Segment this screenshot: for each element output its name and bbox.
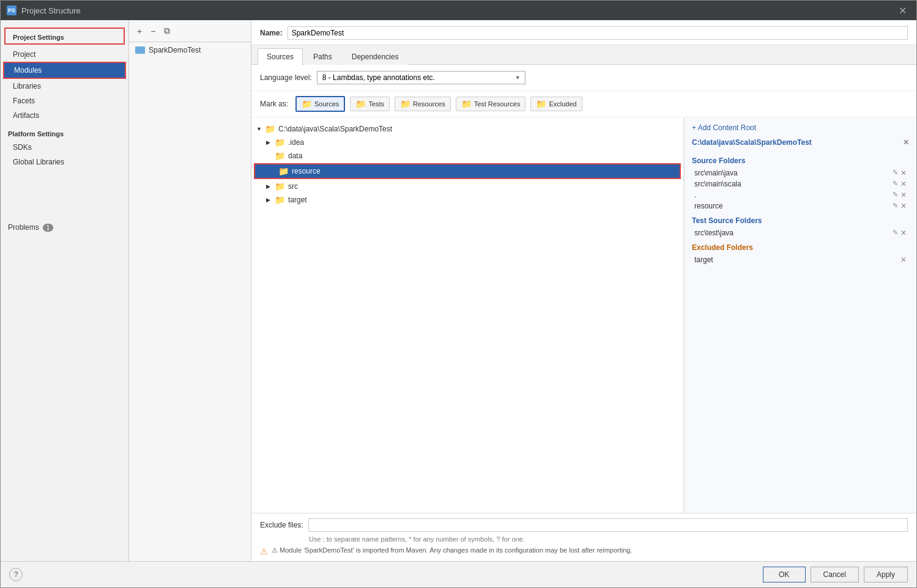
- tree-data[interactable]: 📁 data: [251, 149, 683, 163]
- mark-as-row: Mark as: 📁 Sources 📁 Tests 📁 Resources: [251, 91, 916, 117]
- target-arrow: ▶: [266, 197, 275, 203]
- tabs-row: Sources Paths Dependencies: [251, 45, 916, 65]
- mark-sources-button[interactable]: 📁 Sources: [295, 96, 345, 112]
- add-content-root-button[interactable]: + Add Content Root: [692, 123, 909, 132]
- dialog-footer: ? OK Cancel Apply: [1, 561, 916, 587]
- excluded-target-remove[interactable]: ✕: [900, 255, 907, 264]
- footer-right: OK Cancel Apply: [763, 567, 908, 582]
- module-item[interactable]: SparkDemoTest: [129, 42, 251, 58]
- close-button[interactable]: ✕: [895, 4, 910, 18]
- platform-settings-label: Platform Settings: [1, 123, 128, 140]
- sources-panel: Language level: 8 - Lambdas, type annota…: [251, 65, 916, 561]
- sidebar-item-libraries[interactable]: Libraries: [1, 79, 128, 94]
- test-java-edit[interactable]: ✎: [893, 229, 898, 237]
- test-source-header: Test Source Folders: [692, 216, 909, 225]
- src-folder-icon: 📁: [275, 182, 285, 191]
- source-java-remove[interactable]: ✕: [900, 169, 907, 177]
- language-row: Language level: 8 - Lambdas, type annota…: [251, 65, 916, 91]
- name-row: Name:: [251, 20, 916, 45]
- language-level-wrapper: 8 - Lambdas, type annotations etc.7 - Di…: [317, 71, 525, 84]
- content-root-close[interactable]: ✕: [903, 138, 909, 147]
- exclude-files-input[interactable]: [308, 518, 908, 532]
- tree-root[interactable]: ▼ 📁 C:\data\java\Scala\SparkDemoTest: [251, 122, 683, 136]
- source-scala-remove[interactable]: ✕: [900, 180, 907, 188]
- resources-folder-icon: 📁: [400, 99, 410, 109]
- source-resource-edit[interactable]: ✎: [893, 202, 898, 210]
- sidebar-item-modules[interactable]: Modules: [3, 62, 126, 79]
- name-label: Name:: [260, 29, 283, 37]
- excluded-folder-icon: 📁: [536, 99, 546, 109]
- tab-sources[interactable]: Sources: [258, 48, 303, 65]
- source-dot-edit[interactable]: ✎: [893, 191, 898, 199]
- mark-tests-button[interactable]: 📁 Tests: [350, 97, 390, 111]
- title-bar: PS Project Structure ✕: [1, 1, 916, 20]
- root-folder-icon: 📁: [265, 124, 275, 134]
- source-dot-remove[interactable]: ✕: [900, 191, 907, 199]
- exclude-hint: Use ; to separate name patterns, * for a…: [260, 535, 908, 543]
- tab-dependencies[interactable]: Dependencies: [343, 48, 408, 65]
- data-folder-icon: 📁: [275, 151, 285, 161]
- mark-excluded-button[interactable]: 📁 Excluded: [530, 97, 582, 111]
- remove-module-button[interactable]: −: [147, 24, 158, 38]
- cancel-button[interactable]: Cancel: [811, 567, 859, 582]
- language-level-label: Language level:: [260, 73, 312, 82]
- tests-folder-icon: 📁: [355, 99, 366, 109]
- test-java-remove[interactable]: ✕: [900, 229, 907, 237]
- warning-text: ⚠ Module 'SparkDemoTest' is imported fro…: [272, 546, 633, 554]
- sources-folder-icon: 📁: [302, 99, 312, 109]
- source-resource-remove[interactable]: ✕: [900, 202, 907, 210]
- bottom-section: Exclude files: Use ; to separate name pa…: [251, 513, 916, 561]
- project-structure-dialog: PS Project Structure ✕ Project Settings …: [0, 0, 917, 588]
- sidebar-item-artifacts[interactable]: Artifacts: [1, 108, 128, 123]
- src-arrow: ▶: [266, 183, 275, 189]
- apply-button[interactable]: Apply: [864, 567, 908, 582]
- tree-resource[interactable]: 📁 resource: [255, 164, 680, 178]
- sidebar-item-project[interactable]: Project: [1, 47, 128, 62]
- module-toolbar: + − ⧉: [129, 20, 251, 42]
- sidebar-item-facets[interactable]: Facets: [1, 94, 128, 108]
- warning-row: ⚠ ⚠ Module 'SparkDemoTest' is imported f…: [260, 546, 908, 556]
- target-label: target: [288, 196, 307, 204]
- exclude-files-label: Exclude files:: [260, 521, 303, 529]
- help-button[interactable]: ?: [9, 568, 23, 581]
- tree-idea[interactable]: ▶ 📁 .idea: [251, 136, 683, 149]
- source-folder-dot: . ✎ ✕: [692, 189, 909, 200]
- resource-highlight-box: 📁 resource: [254, 163, 681, 179]
- mark-test-resources-button[interactable]: 📁 Test Resources: [456, 97, 526, 111]
- project-settings-label: Project Settings: [4, 28, 125, 45]
- source-folder-java: src\main\java ✎ ✕: [692, 167, 909, 178]
- exclude-row: Exclude files:: [260, 518, 908, 532]
- add-module-button[interactable]: +: [134, 24, 145, 38]
- module-folder-icon: [135, 46, 145, 54]
- name-input[interactable]: [288, 26, 908, 40]
- tab-paths[interactable]: Paths: [304, 48, 341, 65]
- module-list: SparkDemoTest: [129, 42, 251, 561]
- source-java-edit[interactable]: ✎: [893, 169, 898, 177]
- tree-src[interactable]: ▶ 📁 src: [251, 180, 683, 193]
- sidebar-item-sdks[interactable]: SDKs: [1, 140, 128, 155]
- footer-left: ?: [9, 568, 23, 581]
- excluded-folder-target: target ✕: [692, 254, 909, 265]
- tree-root-path: C:\data\java\Scala\SparkDemoTest: [278, 125, 392, 133]
- source-folder-resource: resource ✎ ✕: [692, 200, 909, 211]
- resource-label: resource: [292, 167, 321, 175]
- app-icon: PS: [7, 6, 17, 15]
- tree-target[interactable]: ▶ 📁 target: [251, 193, 683, 207]
- mark-resources-button[interactable]: 📁 Resources: [395, 97, 451, 111]
- language-level-select[interactable]: 8 - Lambdas, type annotations etc.7 - Di…: [317, 71, 525, 84]
- sidebar-item-global-libraries[interactable]: Global Libraries: [1, 155, 128, 169]
- source-folder-scala: src\main\scala ✎ ✕: [692, 178, 909, 189]
- problems-section: Problems 1: [1, 218, 128, 237]
- file-tree: ▼ 📁 C:\data\java\Scala\SparkDemoTest ▶ 📁…: [251, 117, 684, 513]
- data-label: data: [288, 152, 302, 160]
- source-scala-edit[interactable]: ✎: [893, 180, 898, 188]
- idea-folder-icon: 📁: [275, 138, 285, 147]
- copy-module-button[interactable]: ⧉: [161, 24, 173, 38]
- module-panel: + − ⧉ SparkDemoTest: [129, 20, 251, 561]
- content-root-path: C:\data\java\Scala\SparkDemoTest ✕: [692, 138, 909, 147]
- problems-label: Problems: [8, 223, 39, 232]
- right-panel: + Add Content Root C:\data\java\Scala\Sp…: [684, 117, 916, 513]
- ok-button[interactable]: OK: [763, 567, 806, 582]
- source-folders-header: Source Folders: [692, 156, 909, 165]
- warning-icon: ⚠: [260, 546, 268, 556]
